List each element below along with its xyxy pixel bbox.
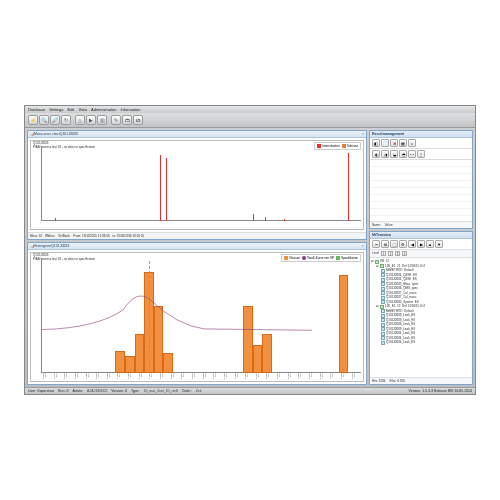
tool-search-icon[interactable]: 🔍	[39, 115, 49, 125]
level-4-button[interactable]: 4	[402, 251, 407, 256]
resultmanagement-toolbar: ◧ 📄 ✖ ▦ ▸	[370, 138, 472, 149]
tree-paste-icon[interactable]: 📋	[390, 240, 398, 248]
rm-e-icon[interactable]: ⋯	[408, 150, 416, 158]
status-type: 10_mal_Zeal_10_rer8	[143, 389, 177, 393]
toolbar: ⚡ 🔍 🔎 ↻ △ ▶ ▥ ✎ 🗀 🗁	[25, 113, 475, 128]
app-window: Database Settings Edit View Administrati…	[24, 105, 476, 395]
mass-scan-title: 📊 Mass-scan chartQ101J0003 ×	[28, 131, 366, 138]
menubar: Database Settings Edit View Administrati…	[25, 106, 475, 113]
status-version: Version: 0	[111, 389, 127, 393]
gauss-curve	[42, 261, 361, 373]
tool-gear-icon[interactable]: ✎	[111, 115, 121, 125]
menu-information[interactable]: Information	[120, 107, 140, 112]
menu-edit[interactable]: Edit	[68, 107, 75, 112]
resultmanagement-toolbar2: ◐ ◑ ◒ ◓ ⋯ ⋮	[370, 149, 472, 160]
close-icon[interactable]: ×	[362, 132, 364, 136]
resultmanagement-footer: Name:Value:	[370, 221, 472, 228]
histogram-bars	[42, 261, 361, 373]
status-article-label: Article:	[72, 389, 83, 393]
status-type-label: Type:	[131, 389, 140, 393]
mttreeview-panel: MtTreeview ✂ ⧉ 📋 ⚙ ◀ ▶ ▲ ▼ Level 1 2 3 4	[369, 231, 473, 385]
resultmanagement-panel: Resultmanagement ◧ 📄 ✖ ▦ ▸ ◐ ◑ ◒ ◓ ⋯ ⋮	[369, 130, 473, 229]
level-2-button[interactable]: 2	[388, 251, 393, 256]
tree-right-icon[interactable]: ▶	[417, 240, 425, 248]
rm-icon4[interactable]: ▦	[399, 139, 407, 147]
tree-cut-icon[interactable]: ✂	[372, 240, 380, 248]
left-column: 📊 Mass-scan chartQ101J0003 × Q101J0003 P…	[27, 130, 367, 385]
status-order: Zeit	[196, 389, 202, 393]
tree-down-icon[interactable]: ▼	[435, 240, 443, 248]
rm-icon3[interactable]: ✖	[390, 139, 398, 147]
level-1-button[interactable]: 1	[381, 251, 386, 256]
tool-refresh-icon[interactable]: ↻	[61, 115, 71, 125]
status-rversion: Version: 1.5.3.3 Release 899 16.05.2016	[409, 389, 472, 393]
mttreeview-title: MtTreeview	[370, 232, 472, 239]
tool-folder2-icon[interactable]: 🗁	[133, 115, 143, 125]
tool-bolt-icon[interactable]: ⚡	[28, 115, 38, 125]
resultmanagement-body[interactable]	[370, 160, 472, 221]
level-3-button[interactable]: 3	[395, 251, 400, 256]
mttreeview-footer: Hits: 3284Files: 0.001	[370, 377, 472, 384]
tree-gear-icon[interactable]: ⚙	[399, 240, 407, 248]
tool-doc-icon[interactable]: ▥	[97, 115, 107, 125]
status-article: A2A2180002	[87, 389, 107, 393]
rm-d-icon[interactable]: ◓	[399, 150, 407, 158]
histogram-panel: 📊 HistrogramQ101J0003 × Q101J0003 PIAB/p…	[27, 242, 367, 385]
mass-scan-graph[interactable]: Q101J0003 PIAB/process test 10 - no data…	[30, 140, 364, 230]
menu-settings[interactable]: Settings	[49, 107, 63, 112]
right-column: Resultmanagement ◧ 📄 ✖ ▦ ▸ ◐ ◑ ◒ ◓ ⋯ ⋮	[369, 130, 473, 385]
menu-administration[interactable]: Administration	[91, 107, 116, 112]
rm-a-icon[interactable]: ◐	[372, 150, 380, 158]
mass-scan-panel: 📊 Mass-scan chartQ101J0003 × Q101J0003 P…	[27, 130, 367, 240]
tree-copy-icon[interactable]: ⧉	[381, 240, 389, 248]
close-icon[interactable]: ×	[362, 244, 364, 248]
rm-f-icon[interactable]: ⋮	[417, 150, 425, 158]
histogram-xticks: 1.55E-0111.57E-0111.60E-0111.62E-0111.64…	[42, 373, 361, 381]
tree-left-icon[interactable]: ◀	[408, 240, 416, 248]
status-run: Run: 0	[58, 389, 68, 393]
histogram-title: 📊 HistrogramQ101J0003 ×	[28, 243, 366, 250]
tool-folder-icon[interactable]: 🗀	[122, 115, 132, 125]
rm-icon5[interactable]: ▸	[408, 139, 416, 147]
level-bar: Level 1 2 3 4	[370, 250, 472, 258]
menu-database[interactable]: Database	[28, 107, 45, 112]
mass-scan-footer: Mass: 10 RMass: SelBank: From: 13/10/201…	[28, 232, 366, 239]
status-user: User: Supervisor	[28, 389, 54, 393]
workspace: 📊 Mass-scan chartQ101J0003 × Q101J0003 P…	[25, 128, 475, 387]
tree-item[interactable]: Q101J0004_Leak_ES	[371, 340, 471, 345]
histogram-header: Q101J0003 PIAB/process test 10 - no data…	[33, 254, 95, 261]
mttreeview-toolbar: ✂ ⧉ 📋 ⚙ ◀ ▶ ▲ ▼	[370, 239, 472, 250]
rm-icon2[interactable]: 📄	[381, 139, 389, 147]
mass-scan-header: Q101J0003 PIAB/process test 10 - no data…	[33, 142, 95, 149]
mass-scan-bars	[42, 149, 361, 221]
rm-b-icon[interactable]: ◑	[381, 150, 389, 158]
y-axis	[32, 259, 42, 373]
resultmanagement-title: Resultmanagement	[370, 131, 472, 138]
histogram-graph[interactable]: Q101J0003 PIAB/process test 10 - no data…	[30, 252, 364, 382]
menu-view[interactable]: View	[78, 107, 87, 112]
y-axis	[32, 147, 42, 221]
tool-triangle-icon[interactable]: △	[75, 115, 85, 125]
statusbar: User: Supervisor Run: 0 Article: A2A2180…	[25, 387, 475, 394]
status-order-label: Order:	[182, 389, 192, 393]
tree-up-icon[interactable]: ▲	[426, 240, 434, 248]
tool-play-icon[interactable]: ▶	[86, 115, 96, 125]
rm-c-icon[interactable]: ◒	[390, 150, 398, 158]
mttreeview-body[interactable]: ⊟ DB_12⊟ 100_E1_21_Def 12/04/15 0>2 MtME…	[370, 258, 472, 377]
tool-zoom-icon[interactable]: 🔎	[50, 115, 60, 125]
rm-icon1[interactable]: ◧	[372, 139, 380, 147]
